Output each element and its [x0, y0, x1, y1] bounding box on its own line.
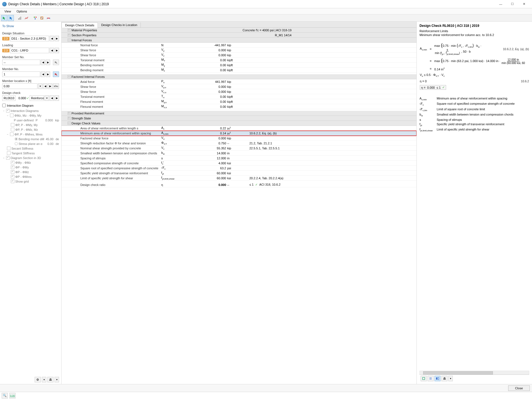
collapse-dcv[interactable]: −: [68, 122, 71, 125]
svg-rect-1: [19, 17, 20, 20]
svg-rect-15: [436, 377, 437, 380]
member-no-field[interactable]: 1: [2, 71, 40, 77]
right-scrollbar[interactable]: [420, 371, 529, 375]
right-title: Design Check RL0610 | ACI 318 | 2019: [420, 24, 529, 28]
tab-design-checks-location[interactable]: Design Checks in Location: [98, 22, 141, 27]
member-loc-prev[interactable]: ◀: [43, 83, 47, 89]
detail-row[interactable]: Torsional momentMT0.00kipft: [62, 58, 416, 63]
right-tool-2-icon[interactable]: [428, 376, 434, 381]
member-loc-label: Member location x [ft]: [2, 79, 59, 83]
right-sub2: Minimum shear reinforcement for column a…: [420, 33, 529, 37]
member-no-pick-icon[interactable]: [53, 71, 59, 77]
member-set-prev[interactable]: ◀: [41, 60, 45, 65]
dc-text-field[interactable]: Reinforcement Limi...: [30, 95, 44, 101]
minimize-button[interactable]: ―: [495, 0, 507, 8]
left-tool-print-icon[interactable]: 🖶: [47, 377, 53, 382]
detail-row[interactable]: Area of shear reinforcement within lengt…: [62, 126, 416, 131]
svg-rect-16: [438, 377, 439, 380]
member-loc-stepdown[interactable]: ▾: [38, 83, 42, 89]
left-tool-settings-dd[interactable]: ▾: [42, 377, 46, 382]
right-sub1: Reinforcement Limits: [420, 29, 529, 33]
main-toolbar: [0, 14, 532, 22]
tool-graph-icon[interactable]: [23, 15, 29, 21]
expand-section[interactable]: +: [68, 34, 71, 37]
detail-row[interactable]: Bending momentMz0.00kipft: [62, 68, 416, 73]
right-tool-1-icon[interactable]: [421, 376, 427, 381]
expand-strength[interactable]: +: [68, 117, 71, 120]
detail-row[interactable]: Torsional momentTu0.00kipft: [62, 94, 416, 99]
ds-next-button[interactable]: ▶: [55, 36, 59, 41]
member-loc-field[interactable]: 0.00: [2, 83, 37, 89]
detail-row[interactable]: Factored shear forceVu0.000kip: [62, 136, 416, 141]
collapse-factored[interactable]: −: [68, 75, 71, 78]
member-loc-next[interactable]: ▶: [48, 83, 52, 89]
svg-line-7: [41, 17, 43, 19]
tab-design-check-details[interactable]: Design Check Details: [62, 22, 98, 28]
design-check-ratio-row: Design check ratio η 0.000 -- ≤ 1 ✓ ACI …: [62, 182, 416, 187]
detail-row[interactable]: Specific yield strength of transverse re…: [62, 171, 416, 176]
detail-row[interactable]: Bending momentMy0.00kipft: [62, 63, 416, 68]
detail-row[interactable]: Flexural momentMy,u0.00kipft: [62, 99, 416, 104]
details-grid: +Material PropertiesConcrete f'c = 4000 …: [62, 28, 416, 384]
tool-beam-icon[interactable]: [45, 15, 52, 21]
tool-section-icon[interactable]: [39, 15, 45, 21]
window-title: Design Check Details | Members | Concret…: [8, 2, 495, 6]
left-tool-print-dd[interactable]: ▾: [55, 377, 59, 382]
loading-field[interactable]: CO1 - LRFD: [10, 48, 49, 53]
tool-pointer-icon[interactable]: [8, 15, 14, 21]
detail-row[interactable]: Nominal shear strength provided by concr…: [62, 146, 416, 151]
loading-next-button[interactable]: ▶: [55, 48, 59, 53]
detail-row[interactable]: Limit of specific yield strength for she…: [62, 176, 416, 181]
right-tool-print-icon[interactable]: 🖶: [441, 376, 447, 381]
left-tool-settings-icon[interactable]: ⚙: [35, 377, 41, 382]
member-set-label: Member Set No.: [2, 55, 59, 59]
member-set-next[interactable]: ▶: [46, 60, 50, 65]
member-set-field[interactable]: --: [2, 60, 40, 65]
status-value-icon[interactable]: 0.00: [9, 393, 16, 398]
member-no-prev[interactable]: ◀: [41, 71, 45, 77]
close-button[interactable]: Close: [508, 385, 530, 391]
tool-chart-icon[interactable]: [17, 15, 23, 21]
detail-row[interactable]: Flexural momentMz,u0.00kipft: [62, 104, 416, 109]
dc-prev[interactable]: ◀: [50, 95, 54, 101]
detail-row[interactable]: Shear forceVy,u0.000kip: [62, 84, 416, 89]
detail-row[interactable]: Specified compressive strength of concre…: [62, 161, 416, 166]
ds-prev-button[interactable]: ◀: [50, 36, 54, 41]
collapse-internal[interactable]: −: [68, 39, 71, 42]
member-set-pick-icon[interactable]: [53, 60, 59, 65]
right-tool-3-icon[interactable]: [434, 376, 441, 381]
loading-prev-button[interactable]: ◀: [50, 48, 54, 53]
detail-row[interactable]: Strength reduction factor Φ for shear an…: [62, 141, 416, 146]
menu-options[interactable]: Options: [14, 9, 30, 14]
interaction-diagram-checkbox[interactable]: Interaction Diagram: [2, 104, 59, 107]
expand-material[interactable]: +: [68, 29, 71, 32]
detail-row[interactable]: Axial forcePu441.997kip: [62, 79, 416, 84]
detail-row[interactable]: Minimum area of shear reinforcement with…: [62, 131, 416, 136]
dc-dropdown[interactable]: ▾: [45, 95, 49, 101]
detail-row[interactable]: Square root of specified compressive str…: [62, 166, 416, 171]
expand-provided[interactable]: +: [68, 112, 71, 115]
detail-row[interactable]: Spacing of stirrupss12.000in: [62, 156, 416, 161]
close-window-button[interactable]: ✕: [518, 0, 530, 8]
ds-field[interactable]: DS1 - Section 2.3 (LRFD): [10, 36, 49, 41]
dc-next[interactable]: ▶: [55, 95, 59, 101]
tool-select-icon[interactable]: [1, 15, 7, 21]
member-no-next[interactable]: ▶: [46, 71, 50, 77]
member-loc-ratio-button[interactable]: x/xs: [53, 83, 59, 89]
detail-row[interactable]: Normal forceN-441.997kip: [62, 43, 416, 48]
maximize-button[interactable]: ☐: [507, 0, 518, 8]
dc-val: 0.000: [16, 96, 26, 100]
dc-code-field[interactable]: RL0610: [2, 95, 16, 101]
detail-row[interactable]: Smallest width between tension and compr…: [62, 151, 416, 156]
svg-rect-8: [47, 18, 50, 19]
menu-view[interactable]: View: [2, 9, 14, 14]
status-search-icon[interactable]: 🔍: [2, 393, 8, 398]
detail-row[interactable]: Shear forceVz,u0.000kip: [62, 89, 416, 94]
svg-point-3: [34, 17, 35, 18]
detail-row[interactable]: Shear forceVy0.000kip: [62, 48, 416, 53]
right-tool-print-dd[interactable]: ▾: [448, 376, 453, 381]
detail-row[interactable]: Shear forceVz0.000kip: [62, 53, 416, 58]
tool-members-icon[interactable]: [32, 15, 38, 21]
svg-rect-0: [18, 18, 19, 20]
svg-rect-11: [423, 377, 425, 380]
